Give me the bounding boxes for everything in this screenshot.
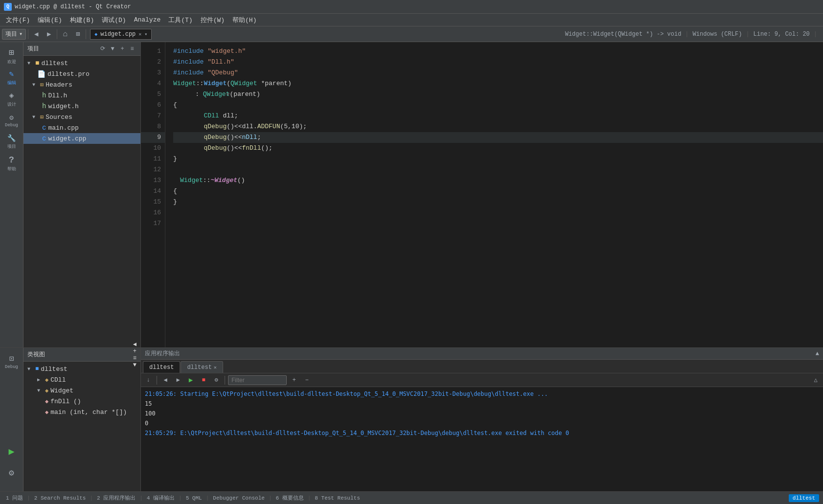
bottom-tab-dlltest2[interactable]: dlltest ✕ — [181, 361, 223, 373]
tab-close-icon[interactable]: ✕ — [138, 31, 141, 37]
output-scroll-up[interactable]: ▲ — [816, 350, 819, 357]
bottom-run-icon[interactable]: ▶ — [2, 441, 22, 461]
code-line-15: } — [173, 197, 823, 207]
project-dropdown[interactable]: 项目 ▾ — [2, 29, 26, 40]
title-bar: Q widget.cpp @ dlltest - Qt Creator — [0, 0, 823, 14]
code-line-8: qDebug()<<dll.ADDFUN(5,10); — [173, 121, 823, 132]
h-file-icon: h — [42, 92, 46, 99]
folder-icon: ■ — [35, 59, 39, 67]
class-tree-cdll[interactable]: ▶ ◆ CDll — [23, 374, 140, 385]
tree-item-pro[interactable]: 📄 dlltest.pro — [23, 69, 140, 79]
sync-btn[interactable]: ⟳ — [98, 45, 107, 53]
toolbar-sep-right2: | — [746, 31, 749, 38]
class-tree-widget[interactable]: ▼ ◆ Widget — [23, 385, 140, 396]
tab-options-icon[interactable]: ▾ — [144, 31, 147, 37]
sidebar-help[interactable]: ? 帮助 — [2, 154, 22, 173]
project-tree: ▼ ■ dlltest 📄 dlltest.pro ▼ ⊞ Headers — [23, 56, 140, 347]
nav-forward-button[interactable]: ▶ — [43, 28, 55, 40]
panel-expand-icon[interactable]: △ — [810, 375, 821, 386]
subdir-button[interactable]: ⊞ — [72, 28, 84, 40]
menu-build[interactable]: 构建(B) — [66, 15, 98, 25]
tree-item-sources[interactable]: ▼ ⊞ Sources — [23, 112, 140, 122]
op-9b: ()<< — [227, 132, 242, 143]
status-overview[interactable]: 6 概要信息 — [274, 493, 306, 503]
sidebar-project[interactable]: 🔧 项目 — [2, 132, 22, 152]
editor-status-right: Widget::Widget(QWidget *) -> void | Wind… — [565, 31, 821, 38]
bt-remove-filter[interactable]: − — [301, 375, 312, 386]
menu-controls[interactable]: 控件(W) — [197, 15, 229, 25]
ll-ctrl-1[interactable]: ◀ — [133, 341, 137, 348]
tree-item-main-cpp[interactable]: c main.cpp — [23, 122, 140, 133]
menu-debug[interactable]: 调试(D) — [98, 15, 130, 25]
filter-btn[interactable]: ▼ — [108, 45, 117, 53]
debug-mode-label: dlltest — [789, 494, 819, 502]
bt-add-filter[interactable]: + — [289, 375, 299, 386]
tree-item-widget-h[interactable]: h widget.h — [23, 101, 140, 112]
status-compile-output[interactable]: 4 编译输出 — [145, 493, 177, 503]
menu-help[interactable]: 帮助(H) — [229, 15, 260, 25]
sidebar-welcome[interactable]: ⊞ 欢迎 — [2, 46, 22, 66]
bottom-toolbar: ↓ ◀ ▶ ▶ ■ ⚙ + − △ — [141, 373, 823, 387]
ll-ctrl-3[interactable]: ≡ — [133, 355, 137, 362]
sidebar-design[interactable]: ◈ 设计 — [2, 89, 22, 109]
bottom-tab-dlltest1[interactable]: dlltest — [143, 361, 180, 373]
class-tree-main[interactable]: ◆ main (int, char *[]) — [23, 407, 140, 417]
build-icon: ⚙ — [9, 467, 14, 478]
line-num-6: 6 — [141, 100, 165, 111]
bt-run[interactable]: ▶ — [185, 375, 196, 386]
tree-item-headers[interactable]: ▼ ⊞ Headers — [23, 79, 140, 90]
active-file-tab[interactable]: ◆ widget.cpp ✕ ▾ — [90, 29, 152, 40]
h-file-icon: h — [42, 102, 46, 110]
tree-item-dll-h[interactable]: h Dll.h — [23, 90, 140, 101]
bt-sep-1 — [157, 376, 157, 385]
lower-left-panel: 类视图 ◀ + ≡ ▼ ▼ ■ dlltest ▶ ◆ — [23, 348, 141, 504]
class-tree-dlltest[interactable]: ▼ ■ dlltest — [23, 364, 140, 374]
class-tree-label: CDll — [50, 376, 66, 384]
tab-close-icon[interactable]: ✕ — [214, 365, 217, 370]
code-content[interactable]: #include "widget.h" #include "Dll.h" #in… — [165, 42, 823, 347]
panel-resize-controls: △ — [810, 375, 821, 386]
status-app-output[interactable]: 2 应用程序输出 — [95, 493, 137, 503]
ll-ctrl-2[interactable]: + — [133, 348, 137, 355]
nav-back-button[interactable]: ◀ — [30, 28, 42, 40]
status-problems[interactable]: 1 问题 — [4, 493, 25, 503]
menu-edit[interactable]: 编辑(E) — [34, 15, 66, 25]
class-tree-fndll[interactable]: ◆ fnDll () — [23, 396, 140, 407]
tree-item-widget-cpp[interactable]: c widget.cpp — [23, 133, 140, 144]
bt-stop[interactable]: ■ — [198, 375, 209, 386]
output-panel-controls: ▲ — [816, 350, 819, 357]
str-2: "Dll.h" — [207, 57, 234, 68]
add-btn[interactable]: + — [118, 45, 127, 53]
toolbar-sep-right3: | — [814, 31, 817, 38]
menu-tools[interactable]: 工具(T) — [164, 15, 196, 25]
status-test-results[interactable]: 8 Test Results — [313, 494, 362, 502]
toolbar-separator-2 — [57, 29, 57, 39]
tree-item-label: Dll.h — [48, 92, 67, 99]
lower-left-title: 类视图 — [27, 350, 45, 359]
status-search[interactable]: 2 Search Results — [32, 494, 88, 502]
code-line-7: CDll dll; — [173, 111, 823, 121]
filter-input[interactable] — [228, 375, 287, 385]
bt-nav-back[interactable]: ◀ — [160, 375, 171, 386]
menu-file[interactable]: 文件(F) — [2, 15, 34, 25]
output-panel-header: 应用程序输出 ▲ — [141, 348, 823, 360]
sidebar-debug[interactable]: ⚙ Debug — [2, 111, 22, 130]
output-line-4: 0 — [145, 418, 819, 428]
line-num-12: 12 — [141, 164, 165, 175]
sidebar-edit[interactable]: ✎ 编辑 — [2, 68, 22, 87]
menu-analyze[interactable]: Analyze — [130, 15, 165, 24]
tree-item-dlltest[interactable]: ▼ ■ dlltest — [23, 58, 140, 69]
bt-settings[interactable]: ⚙ — [211, 375, 222, 386]
bt-nav-forward[interactable]: ▶ — [173, 375, 183, 386]
scroll-to-bottom[interactable]: ↓ — [143, 375, 154, 386]
collapse-btn[interactable]: ≡ — [128, 45, 137, 53]
code-line-10: qDebug()<<fnDll(); — [173, 143, 823, 154]
bottom-debug-icon[interactable]: ⊡ Debug — [2, 352, 22, 371]
tree-item-label: widget.cpp — [48, 135, 86, 142]
bottom-build-icon[interactable]: ⚙ — [2, 463, 22, 482]
project-panel-title: 项目 — [27, 45, 39, 53]
home-button[interactable]: ⌂ — [59, 28, 71, 40]
line-num-14: 14 — [141, 186, 165, 197]
status-debugger-console[interactable]: Debugger Console — [211, 494, 267, 502]
status-qml[interactable]: 5 QML — [184, 494, 204, 502]
